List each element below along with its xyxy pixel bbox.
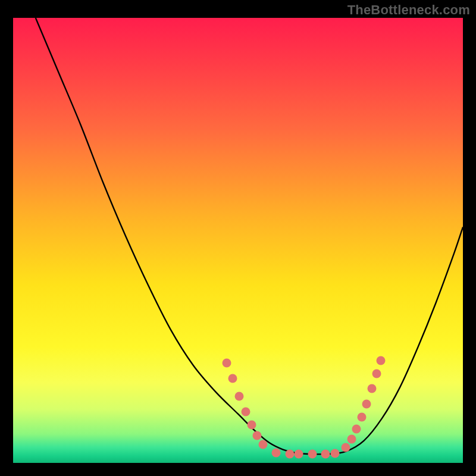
curve-dot (272, 448, 281, 457)
curve-dot (347, 435, 356, 444)
curve-dot (252, 431, 261, 440)
curve-dot (241, 407, 250, 416)
curve-dot (362, 399, 371, 408)
plot-area (13, 18, 463, 463)
curve-dot (321, 450, 330, 459)
curve-dot (377, 356, 386, 365)
curve-dots-layer (13, 18, 463, 463)
curve-dot (357, 412, 366, 421)
curve-dot (285, 450, 294, 459)
chart-frame: TheBottleneck.com (0, 0, 476, 476)
curve-dot (295, 450, 303, 459)
curve-dot (308, 450, 317, 459)
curve-dot (228, 374, 237, 383)
curve-dot (258, 440, 267, 449)
curve-dot (235, 392, 244, 400)
curve-dot (342, 443, 350, 452)
curve-dot (367, 384, 376, 393)
curve-dot (223, 358, 231, 367)
curve-dot (247, 421, 256, 430)
curve-dot (352, 425, 361, 434)
curve-dot (372, 369, 381, 378)
watermark-text: TheBottleneck.com (347, 2, 470, 18)
curve-dot (330, 449, 339, 458)
